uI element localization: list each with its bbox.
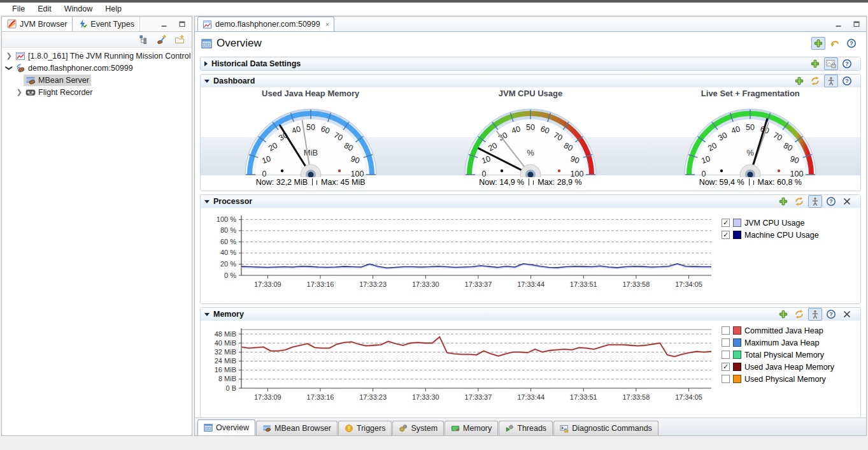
tree-item-label: Flight Recorder <box>38 88 92 97</box>
new-connection-icon[interactable] <box>155 33 169 46</box>
svg-text:100 %: 100 % <box>217 215 236 223</box>
processor-legend: ✓JVM CPU Usage✓Machine CPU Usage <box>722 217 866 241</box>
tree-item-mbean-server[interactable]: MBean Server <box>2 74 192 86</box>
legend-label: Machine CPU Usage <box>744 231 819 240</box>
legend-swatch <box>733 375 741 383</box>
page-tab-threads[interactable]: Threads <box>499 421 553 435</box>
reset-icon[interactable] <box>828 37 842 50</box>
console-chart-icon <box>203 20 212 29</box>
add-icon[interactable] <box>776 308 790 321</box>
tree-item--1-8-0-161-the-jvm-running-mis[interactable]: ❯[1.8.0_161] The JVM Running Mission Con… <box>2 50 192 62</box>
section-header-processor[interactable]: Processor ? <box>201 195 860 208</box>
close-icon[interactable] <box>840 195 854 208</box>
expand-arrow-icon[interactable] <box>204 61 208 66</box>
tree-item-demo-flashphoner-com-50999[interactable]: ❯demo.flashphoner.com:50999 <box>2 62 192 74</box>
section-title: Memory <box>213 310 244 319</box>
svg-text:17:33:23: 17:33:23 <box>359 280 387 288</box>
editor-area: demo.flashphoner.com:50999 × Overview ? … <box>194 16 867 436</box>
checkbox[interactable]: ✓ <box>722 219 730 227</box>
close-icon[interactable] <box>840 308 854 321</box>
menu-help[interactable]: Help <box>99 3 128 15</box>
collapse-arrow-icon[interactable] <box>204 313 210 316</box>
new-folder-icon[interactable] <box>173 33 187 46</box>
menu-window[interactable]: Window <box>58 3 99 15</box>
svg-text:0 B: 0 B <box>225 384 236 392</box>
page-tab-overview[interactable]: Overview <box>197 419 255 435</box>
help-icon[interactable]: ? <box>844 37 858 50</box>
checkbox[interactable]: ✓ <box>722 363 730 371</box>
section-title: Historical Data Settings <box>211 59 301 68</box>
collapse-arrow-icon[interactable] <box>204 80 210 83</box>
collapse-arrow-icon[interactable] <box>204 200 210 203</box>
legend-swatch <box>733 363 741 371</box>
add-icon[interactable] <box>811 37 825 50</box>
gauge-title: JVM CPU Usage <box>429 89 632 99</box>
maximize-icon[interactable] <box>175 18 189 31</box>
menu-edit[interactable]: Edit <box>31 3 58 15</box>
accessibility-icon[interactable] <box>824 75 838 87</box>
close-tab-icon[interactable]: × <box>325 20 329 28</box>
snapshot-icon[interactable] <box>824 57 838 70</box>
svg-text:17:33:51: 17:33:51 <box>570 393 597 401</box>
svg-text:40 %: 40 % <box>220 249 236 256</box>
svg-text:17:33:16: 17:33:16 <box>307 280 334 288</box>
help-icon[interactable]: ? <box>840 57 854 70</box>
page-tab-memory[interactable]: Memory <box>445 421 498 435</box>
tree-item-label: MBean Server <box>38 76 89 85</box>
help-icon[interactable]: ? <box>840 75 854 87</box>
checkbox[interactable] <box>722 326 730 335</box>
maximize-icon[interactable] <box>850 18 864 31</box>
legend-swatch <box>733 219 741 227</box>
flight-recorder-icon <box>25 87 36 98</box>
minimize-icon[interactable] <box>832 18 846 31</box>
section-header-dashboard[interactable]: Dashboard ? <box>201 75 860 87</box>
page-tab-diagnostic-commands[interactable]: Diagnostic Commands <box>553 421 658 435</box>
refresh-icon[interactable] <box>792 195 806 208</box>
expander-collapsed-icon[interactable]: ❯ <box>4 52 13 60</box>
add-icon[interactable] <box>808 57 822 70</box>
minimize-icon[interactable] <box>157 18 171 31</box>
legend-swatch <box>733 338 741 347</box>
page-tab-triggers[interactable]: Triggers <box>338 421 392 435</box>
tab-event-types[interactable]: Event Types <box>73 17 140 31</box>
refresh-icon[interactable] <box>792 308 806 321</box>
refresh-icon[interactable] <box>808 75 822 87</box>
overview-icon <box>204 423 213 432</box>
help-icon[interactable]: ? <box>824 195 838 208</box>
tree-layout-icon[interactable] <box>137 33 151 46</box>
svg-text:17:33:44: 17:33:44 <box>517 393 544 401</box>
help-icon[interactable]: ? <box>824 308 838 321</box>
svg-text:0: 0 <box>482 170 487 177</box>
svg-text:40 MiB: 40 MiB <box>215 339 236 347</box>
expander-expanded-icon[interactable]: ❯ <box>5 64 13 73</box>
jvm-icon <box>15 51 25 61</box>
legend-item-machine-cpu-usage: ✓Machine CPU Usage <box>722 229 866 241</box>
editor-tab[interactable]: demo.flashphoner.com:50999 × <box>197 17 334 31</box>
memory-icon <box>451 424 460 433</box>
section-header-historical[interactable]: Historical Data Settings ? <box>201 57 860 70</box>
page-tab-mbean-browser[interactable]: MBean Browser <box>256 421 338 435</box>
overview-page: Overview ? Historical Data Settings ? Da… <box>195 32 866 418</box>
tab-jvm-browser[interactable]: JVM Browser <box>2 17 73 31</box>
section-header-memory[interactable]: Memory ? <box>201 308 860 321</box>
accessibility-icon[interactable] <box>808 195 822 208</box>
expander-collapsed-icon[interactable]: ❯ <box>15 88 24 96</box>
jvm-browser-icon <box>7 19 17 29</box>
gauge-title: Live Set + Fragmentation <box>648 89 852 99</box>
add-icon[interactable] <box>776 195 790 208</box>
accessibility-icon[interactable] <box>808 308 822 321</box>
connection-icon <box>15 63 25 73</box>
legend-swatch <box>733 326 741 335</box>
menu-file[interactable]: File <box>6 3 31 15</box>
checkbox[interactable] <box>722 351 730 359</box>
svg-text:8 MiB: 8 MiB <box>218 375 236 382</box>
svg-text:?: ? <box>829 198 833 205</box>
add-icon[interactable] <box>792 75 806 87</box>
checkbox[interactable] <box>722 338 730 347</box>
checkbox[interactable]: ✓ <box>722 231 730 239</box>
tree-item-label: [1.8.0_161] The JVM Running Mission Cont… <box>28 52 190 61</box>
svg-text:?: ? <box>829 310 833 317</box>
page-tab-system[interactable]: System <box>392 421 444 435</box>
tree-item-flight-recorder[interactable]: ❯Flight Recorder <box>2 86 192 98</box>
checkbox[interactable] <box>722 375 730 383</box>
